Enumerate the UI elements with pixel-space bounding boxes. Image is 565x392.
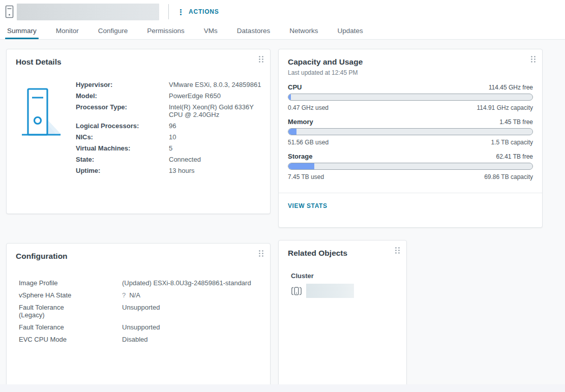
detail-label: Virtual Machines: (76, 144, 152, 152)
detail-row: Fault ToleranceUnsupported (19, 323, 271, 331)
actions-button[interactable]: ⋮ ACTIONS (177, 8, 219, 16)
actions-label: ACTIONS (189, 8, 219, 15)
meter-free-label: 1.45 TB free (499, 118, 533, 126)
detail-row: Hypervisor:VMware ESXi, 8.0.3, 24859861 (76, 81, 269, 88)
memory-usage-bar (288, 128, 533, 135)
detail-value: (Updated) ESXi-8.0U3g-24859861-standard (122, 279, 271, 287)
meter-capacity-label: 1.5 TB capacity (491, 139, 533, 146)
meter-capacity-label: 69.86 TB capacity (484, 173, 533, 180)
detail-label: Fault Tolerance (Legacy) (19, 304, 87, 319)
detail-label: Logical Processors: (76, 122, 152, 130)
detail-label: Processor Type: (76, 103, 152, 118)
card-title: Related Objects (279, 240, 406, 258)
detail-value: Intel(R) Xeon(R) Gold 6336Y CPU @ 2.40GH… (169, 103, 269, 118)
detail-row: Logical Processors:96 (76, 122, 269, 130)
configuration-list: Image Profile(Updated) ESXi-8.0U3g-24859… (19, 279, 261, 343)
detail-row: Uptime:13 hours (76, 167, 269, 174)
drag-handle-icon[interactable] (395, 247, 400, 254)
tab-vms[interactable]: VMs (202, 27, 220, 39)
cpu-meter: CPU 114.45 GHz free 0.47 GHz used 114.91… (288, 83, 533, 111)
host-server-icon (19, 85, 64, 142)
drag-handle-icon[interactable] (530, 55, 536, 63)
detail-value: VMware ESXi, 8.0.3, 24859861 (169, 81, 269, 88)
meter-title: CPU (288, 83, 302, 91)
meter-used-label: 51.56 GB used (288, 139, 329, 146)
detail-label: EVC CPU Mode (19, 336, 87, 343)
detail-value: 13 hours (169, 167, 269, 174)
memory-usage-fill (288, 129, 296, 135)
host-details-body: Hypervisor:VMware ESXi, 8.0.3, 24859861M… (7, 67, 270, 174)
detail-value: ?N/A (122, 291, 271, 299)
view-stats-link[interactable]: VIEW STATS (288, 202, 328, 209)
detail-label: Image Profile (19, 279, 87, 287)
cluster-group-label: Cluster (291, 272, 397, 280)
detail-label: Hypervisor: (76, 81, 152, 88)
meter-title: Storage (288, 153, 312, 160)
detail-row: Model:PowerEdge R650 (76, 92, 269, 100)
configuration-card: Configuration Image Profile(Updated) ESX… (6, 243, 271, 392)
kebab-menu-icon: ⋮ (177, 8, 185, 16)
detail-row: NICs:10 (76, 133, 269, 141)
drag-handle-icon[interactable] (258, 250, 264, 257)
tab-updates[interactable]: Updates (335, 27, 365, 39)
related-objects-card: Related Objects Cluster (278, 240, 407, 392)
detail-row: State:Connected (76, 156, 269, 163)
cluster-name-redacted[interactable] (306, 284, 354, 298)
meters: CPU 114.45 GHz free 0.47 GHz used 114.91… (279, 76, 542, 180)
detail-value: 5 (169, 144, 269, 152)
drag-handle-icon[interactable] (258, 55, 264, 63)
card-title: Capacity and Usage (279, 49, 542, 67)
detail-value: 10 (169, 133, 269, 141)
detail-value: 96 (169, 122, 269, 130)
meter-capacity-label: 114.91 GHz capacity (477, 104, 533, 111)
tab-bar: SummaryMonitorConfigurePermissionsVMsDat… (0, 23, 565, 40)
detail-row: Image Profile(Updated) ESXi-8.0U3g-24859… (19, 279, 271, 287)
meter-title: Memory (288, 118, 313, 126)
meter-free-label: 62.41 TB free (496, 153, 533, 160)
detail-label: Model: (76, 92, 152, 100)
tab-configure[interactable]: Configure (96, 27, 130, 39)
detail-row: vSphere HA State?N/A (19, 291, 271, 299)
bottom-strip (0, 384, 565, 392)
object-header: ⋮ ACTIONS (0, 0, 565, 23)
tab-monitor[interactable]: Monitor (54, 27, 81, 39)
detail-label: Uptime: (76, 167, 152, 174)
detail-value: Disabled (122, 336, 271, 343)
host-details-card: Host Details Hypervisor:VMware ESXi, 8.0… (6, 49, 271, 214)
tab-networks[interactable]: Networks (287, 27, 320, 39)
cpu-usage-fill (288, 94, 291, 100)
question-icon: ? (122, 291, 126, 299)
related-objects-body: Cluster (279, 258, 406, 298)
tab-summary[interactable]: Summary (5, 27, 39, 39)
detail-row: Processor Type:Intel(R) Xeon(R) Gold 633… (76, 103, 269, 118)
vsphere-host-summary-page: ⋮ ACTIONS SummaryMonitorConfigurePermiss… (0, 0, 565, 392)
card-title: Host Details (7, 49, 270, 67)
host-name-redacted (17, 4, 159, 20)
memory-meter: Memory 1.45 TB free 51.56 GB used 1.5 TB… (288, 118, 533, 146)
detail-value: Connected (169, 156, 269, 163)
last-updated-label: Last updated at 12:45 PM (279, 67, 542, 76)
detail-label: Fault Tolerance (19, 323, 87, 331)
configuration-body: Image Profile(Updated) ESXi-8.0U3g-24859… (7, 261, 270, 343)
storage-usage-fill (288, 163, 314, 169)
detail-row: EVC CPU ModeDisabled (19, 336, 271, 343)
cluster-item (291, 284, 397, 298)
detail-row: Virtual Machines:5 (76, 144, 269, 152)
storage-usage-bar (288, 163, 533, 170)
capacity-card-footer: VIEW STATS (279, 193, 542, 218)
detail-label: NICs: (76, 133, 152, 141)
cpu-usage-bar (288, 94, 533, 101)
tab-datastores[interactable]: Datastores (235, 27, 272, 39)
host-details-list: Hypervisor:VMware ESXi, 8.0.3, 24859861M… (76, 81, 269, 174)
capacity-usage-card: Capacity and Usage Last updated at 12:45… (278, 49, 543, 228)
host-icon (5, 5, 14, 18)
tab-permissions[interactable]: Permissions (145, 27, 187, 39)
storage-meter: Storage 62.41 TB free 7.45 TB used 69.86… (288, 153, 533, 180)
detail-value: Unsupported (122, 323, 271, 331)
meter-used-label: 7.45 TB used (288, 173, 324, 180)
cluster-icon (291, 286, 302, 296)
detail-value: PowerEdge R650 (169, 92, 269, 100)
meter-free-label: 114.45 GHz free (489, 84, 533, 91)
detail-value: Unsupported (122, 304, 271, 319)
host-art (19, 81, 76, 174)
